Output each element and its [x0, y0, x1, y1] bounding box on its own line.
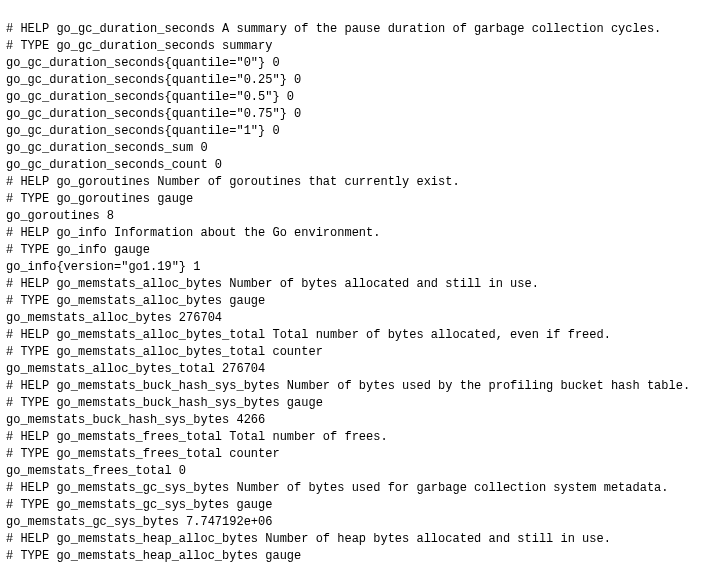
metrics-line: # TYPE go_goroutines gauge: [6, 192, 193, 206]
metrics-line: # TYPE go_info gauge: [6, 243, 150, 257]
metrics-line: go_memstats_gc_sys_bytes 7.747192e+06: [6, 515, 272, 529]
metrics-line: # HELP go_memstats_alloc_bytes_total Tot…: [6, 328, 611, 342]
metrics-line: # HELP go_memstats_heap_alloc_bytes Numb…: [6, 532, 611, 546]
metrics-line: go_gc_duration_seconds{quantile="0.75"} …: [6, 107, 301, 121]
metrics-line: # HELP go_gc_duration_seconds A summary …: [6, 22, 661, 36]
metrics-line: # TYPE go_memstats_frees_total counter: [6, 447, 280, 461]
metrics-line: # HELP go_memstats_frees_total Total num…: [6, 430, 388, 444]
metrics-line: # TYPE go_memstats_buck_hash_sys_bytes g…: [6, 396, 323, 410]
metrics-line: # TYPE go_memstats_heap_alloc_bytes gaug…: [6, 549, 301, 562]
metrics-line: go_memstats_alloc_bytes 276704: [6, 311, 222, 325]
metrics-line: go_memstats_alloc_bytes_total 276704: [6, 362, 265, 376]
metrics-line: # HELP go_info Information about the Go …: [6, 226, 380, 240]
metrics-line: # HELP go_memstats_gc_sys_bytes Number o…: [6, 481, 669, 495]
metrics-line: # HELP go_memstats_alloc_bytes Number of…: [6, 277, 539, 291]
metrics-line: go_gc_duration_seconds_sum 0: [6, 141, 208, 155]
metrics-line: go_gc_duration_seconds{quantile="0.5"} 0: [6, 90, 294, 104]
metrics-line: go_info{version="go1.19"} 1: [6, 260, 200, 274]
metrics-line: # TYPE go_memstats_alloc_bytes_total cou…: [6, 345, 323, 359]
metrics-line: go_memstats_buck_hash_sys_bytes 4266: [6, 413, 265, 427]
metrics-line: go_memstats_frees_total 0: [6, 464, 186, 478]
metrics-line: go_gc_duration_seconds{quantile="0.25"} …: [6, 73, 301, 87]
metrics-text-block: # HELP go_gc_duration_seconds A summary …: [0, 0, 709, 562]
metrics-line: go_gc_duration_seconds{quantile="1"} 0: [6, 124, 280, 138]
metrics-line: # TYPE go_gc_duration_seconds summary: [6, 39, 272, 53]
metrics-line: go_gc_duration_seconds_count 0: [6, 158, 222, 172]
metrics-line: # HELP go_goroutines Number of goroutine…: [6, 175, 460, 189]
metrics-line: # TYPE go_memstats_gc_sys_bytes gauge: [6, 498, 272, 512]
metrics-line: go_gc_duration_seconds{quantile="0"} 0: [6, 56, 280, 70]
metrics-line: # HELP go_memstats_buck_hash_sys_bytes N…: [6, 379, 690, 393]
metrics-line: go_goroutines 8: [6, 209, 114, 223]
metrics-line: # TYPE go_memstats_alloc_bytes gauge: [6, 294, 265, 308]
